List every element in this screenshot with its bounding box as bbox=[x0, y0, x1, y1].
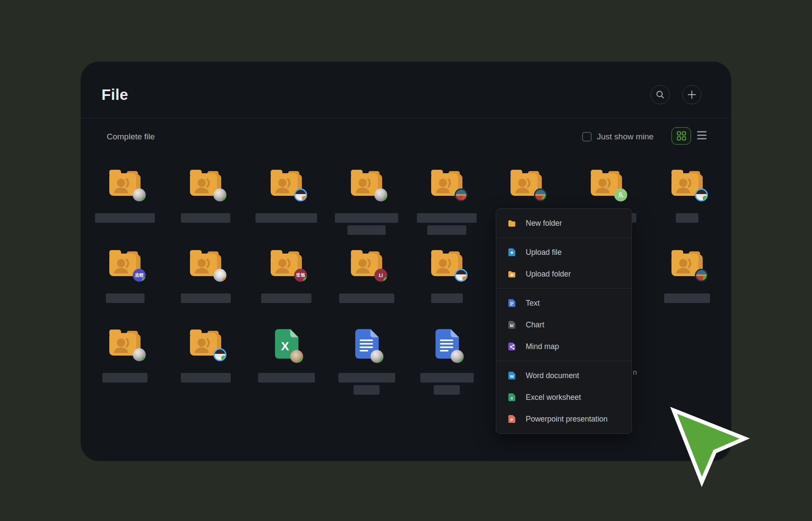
avatar-badge bbox=[133, 348, 146, 361]
file-item-folder[interactable]: 志程 bbox=[85, 249, 165, 323]
folder-icon bbox=[108, 329, 141, 357]
menu-item-chart[interactable]: Chart bbox=[496, 314, 632, 336]
status-dot bbox=[142, 277, 146, 282]
status-dot bbox=[462, 276, 467, 281]
file-item-folder[interactable] bbox=[165, 249, 246, 323]
status-dot bbox=[703, 276, 707, 281]
menu-item-label: New folder bbox=[526, 219, 562, 228]
file-item-folder[interactable] bbox=[647, 249, 727, 323]
create-context-menu: New folder Upload file Upload folder Tex… bbox=[496, 208, 632, 434]
status-dot bbox=[542, 196, 547, 201]
menu-item-powerpoint-presentation[interactable]: PPowerpoint presentation bbox=[496, 408, 632, 430]
status-dot bbox=[221, 356, 226, 360]
folder-icon bbox=[508, 219, 516, 228]
folder-icon bbox=[189, 249, 222, 278]
avatar-badge bbox=[213, 188, 226, 201]
filename-placeholder bbox=[165, 293, 246, 303]
status-dot bbox=[299, 359, 303, 363]
avatar-badge bbox=[451, 350, 464, 363]
svg-text:X: X bbox=[281, 340, 289, 353]
avatar-badge bbox=[455, 269, 468, 282]
status-dot bbox=[142, 357, 146, 361]
avatar-badge bbox=[534, 188, 547, 201]
menu-item-label: Word document bbox=[526, 371, 579, 380]
file-item-folder[interactable] bbox=[85, 329, 165, 402]
filename-placeholder bbox=[406, 373, 487, 395]
menu-divider bbox=[496, 361, 632, 361]
folder-icon bbox=[671, 169, 704, 198]
avatar-badge bbox=[213, 269, 226, 282]
filename-placeholder bbox=[85, 293, 165, 303]
filename-placeholder bbox=[246, 213, 327, 223]
menu-item-mind-map[interactable]: Mind map bbox=[496, 336, 632, 357]
doc-icon bbox=[354, 329, 379, 359]
file-item-folder[interactable] bbox=[165, 329, 246, 402]
file-item-folder[interactable] bbox=[246, 169, 327, 243]
folder-icon bbox=[590, 169, 623, 198]
file-item-folder[interactable]: 世旭 bbox=[246, 249, 327, 323]
folder-icon bbox=[510, 169, 543, 198]
avatar-badge bbox=[455, 188, 468, 201]
status-dot bbox=[460, 359, 464, 363]
status-dot bbox=[303, 277, 307, 282]
folder-icon bbox=[108, 169, 141, 198]
avatar-badge bbox=[213, 348, 226, 361]
doc-icon bbox=[435, 329, 459, 359]
status-dot bbox=[223, 197, 226, 201]
folder-icon: 志程 bbox=[108, 249, 141, 278]
filename-placeholder bbox=[246, 293, 327, 303]
folder-icon bbox=[270, 169, 303, 198]
avatar-badge bbox=[133, 188, 146, 201]
file-item-folder[interactable]: LI bbox=[326, 249, 407, 323]
folder-icon: 世旭 bbox=[270, 249, 303, 278]
folder-icon bbox=[350, 169, 383, 198]
menu-item-word-document[interactable]: WWord document bbox=[496, 365, 632, 386]
file-item-doc[interactable] bbox=[326, 329, 407, 402]
filename-placeholder bbox=[326, 373, 407, 395]
upload-folder-icon bbox=[508, 270, 516, 278]
filename-placeholder bbox=[85, 213, 165, 223]
filename-placeholder bbox=[246, 373, 327, 383]
upload-file-icon bbox=[508, 248, 516, 257]
avatar-badge bbox=[695, 269, 708, 282]
file-item-excel[interactable]: X bbox=[246, 329, 327, 402]
menu-item-text[interactable]: Text bbox=[496, 292, 632, 314]
menu-divider bbox=[496, 237, 632, 238]
folder-icon bbox=[189, 329, 222, 357]
file-item-folder[interactable] bbox=[406, 249, 487, 323]
avatar-badge: LI bbox=[374, 269, 387, 282]
menu-item-excel-worksheet[interactable]: xExcel worksheet bbox=[496, 386, 632, 408]
status-dot bbox=[462, 196, 467, 201]
avatar-badge bbox=[374, 188, 387, 201]
file-item-folder[interactable] bbox=[85, 169, 165, 243]
word-file-icon: W bbox=[508, 371, 516, 380]
file-item-folder[interactable] bbox=[406, 169, 487, 243]
avatar-badge: 世旭 bbox=[294, 269, 307, 282]
folder-icon bbox=[430, 249, 463, 278]
status-dot bbox=[223, 277, 226, 282]
menu-item-label: Powerpoint presentation bbox=[526, 415, 608, 424]
menu-divider bbox=[496, 288, 632, 289]
excel-icon: X bbox=[274, 329, 299, 359]
menu-item-new-folder[interactable]: New folder bbox=[496, 212, 632, 234]
excel-file-icon: x bbox=[508, 393, 516, 402]
page-background: { "app": { "title": "File" }, "toolbar":… bbox=[0, 0, 812, 521]
file-item-folder[interactable] bbox=[647, 169, 727, 243]
file-item-doc[interactable] bbox=[406, 329, 487, 402]
menu-item-label: Chart bbox=[526, 320, 544, 330]
svg-text:W: W bbox=[510, 374, 514, 379]
menu-item-label: Upload folder bbox=[526, 270, 571, 279]
filename-placeholder bbox=[85, 373, 165, 383]
avatar-badge: 志程 bbox=[133, 269, 146, 282]
filename-placeholder bbox=[406, 213, 487, 235]
file-item-folder[interactable] bbox=[326, 169, 407, 243]
avatar-badge bbox=[370, 350, 383, 363]
status-dot bbox=[383, 277, 387, 282]
hidden-label-fragment: n bbox=[633, 368, 637, 377]
status-dot bbox=[142, 197, 146, 201]
menu-item-upload-file[interactable]: Upload file bbox=[496, 241, 632, 263]
menu-item-upload-folder[interactable]: Upload folder bbox=[496, 263, 632, 285]
folder-icon bbox=[671, 249, 704, 278]
file-item-folder[interactable] bbox=[165, 169, 246, 243]
menu-item-label: Mind map bbox=[526, 342, 559, 351]
